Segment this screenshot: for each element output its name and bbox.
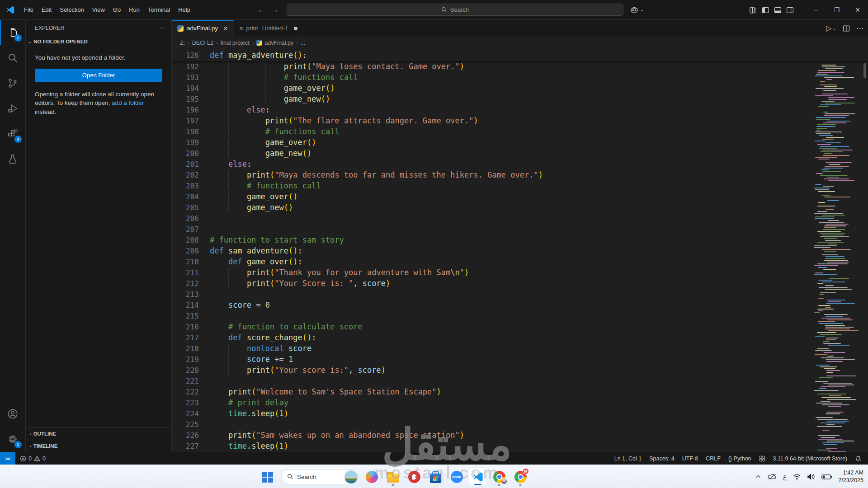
line-number[interactable]: 195 [172,95,199,103]
menu-terminal[interactable]: Terminal [144,4,174,15]
line-number[interactable]: 224 [172,409,199,418]
line-content[interactable]: print("Welcome to Sam's Space Station Es… [210,387,441,396]
close-button[interactable]: ✕ [847,0,868,20]
code-line[interactable]: 200 game_new() [172,148,812,159]
code-line[interactable]: 217 def score_change(): [172,332,812,343]
taskbar-clock[interactable]: 1:42 AM 7/23/2025 [838,469,863,484]
copilot-menu[interactable]: ⌄ [630,5,644,14]
code-line[interactable]: 223 # print delay [172,397,812,408]
code-line[interactable]: 209def sam_adventure(): [172,245,812,256]
line-number[interactable]: 205 [172,203,199,212]
line-content[interactable]: nonlocal score [210,344,311,353]
line-number[interactable]: 214 [172,301,199,310]
sticky-code-line[interactable]: 126def maya_adventure(): [172,50,307,61]
activity-item-source-control[interactable] [0,70,26,96]
line-content[interactable]: score += 1 [210,355,293,364]
activity-item-extensions[interactable]: 3 [0,121,26,146]
code-line[interactable]: 195 game_new() [172,94,812,104]
activity-item-run-debug[interactable] [0,96,26,121]
remote-indicator-button[interactable]: >< [0,452,15,465]
line-number[interactable]: 197 [172,117,199,125]
line-number[interactable]: 216 [172,323,199,331]
menu-view[interactable]: View [88,4,109,15]
line-number[interactable]: 226 [172,431,199,440]
line-content[interactable]: print("Your Score is: ", score) [210,279,390,288]
breadcrumb-item[interactable]: Z: [180,40,185,46]
taskbar-app-chrome-profile[interactable] [491,466,508,487]
code-line[interactable]: 210 def game_over(): [172,256,812,267]
breadcrumb-item[interactable]: final project [221,40,250,46]
line-content[interactable]: # print delay [210,398,288,407]
minimize-button[interactable]: ─ [806,0,826,20]
more-actions-icon[interactable]: ⋯ [856,24,863,33]
line-number[interactable]: 220 [172,366,199,375]
line-content[interactable]: time.sleep(1) [210,441,288,450]
code-line[interactable]: 213 [172,289,812,300]
status-crlf[interactable]: CRLF [706,455,721,462]
activity-item-account[interactable] [0,401,26,427]
line-number[interactable]: 222 [172,388,199,396]
line-number[interactable]: 210 [172,258,199,266]
code-line[interactable]: 196 else: [172,104,812,115]
line-number[interactable]: 203 [172,182,199,190]
code-line[interactable]: 216 # function to calculate score [172,321,812,332]
line-content[interactable]: print("Maya descends too far and misses … [210,170,543,179]
code-line[interactable]: 227 time.sleep(1) [172,441,812,451]
line-content[interactable]: print("The flare attracts danger. Game o… [210,116,478,125]
split-editor-icon[interactable] [843,25,850,32]
menu-help[interactable]: Help [174,4,194,15]
line-number[interactable]: 192 [172,62,199,71]
tab-print[interactable]: ≡printUntitled-1 [234,20,304,37]
taskbar-app-file-explorer[interactable] [384,466,401,487]
line-content[interactable]: game_new() [210,149,311,158]
code-line[interactable]: 218 nonlocal score [172,343,812,354]
code-line[interactable]: 201 else: [172,159,812,169]
code-line[interactable]: 222 print("Welcome to Sam's Space Statio… [172,386,812,397]
line-number[interactable]: 199 [172,138,199,147]
wifi-icon[interactable] [793,474,801,480]
code-line[interactable]: 192 print("Maya loses contact. Game over… [172,61,812,72]
line-content[interactable]: game_new() [210,94,330,103]
onedrive-offline-icon[interactable] [767,473,777,480]
line-content[interactable]: print("Your score is:", score) [210,366,386,375]
line-content[interactable]: game_over() [210,192,298,201]
code-line[interactable]: 212 print("Your Score is: ", score) [172,278,812,289]
status-spaces-4[interactable]: Spaces: 4 [649,455,675,462]
line-content[interactable]: else: [210,105,270,114]
code-area[interactable]: 192 print("Maya loses contact. Game over… [172,61,812,452]
code-line[interactable]: 199 game_over() [172,137,812,148]
line-content[interactable]: # function to calculate score [210,322,363,331]
menu-go[interactable]: Go [109,4,125,15]
status-3-11-9-64-bit-microsoft-store-[interactable]: 3.11.9 64-bit (Microsoft Store) [773,455,847,462]
code-line[interactable]: 224 time.sleep(1) [172,408,812,419]
line-number[interactable]: 219 [172,355,199,364]
command-search-input[interactable]: Search [287,4,623,16]
toggle-panel-icon[interactable] [774,6,782,14]
code-line[interactable]: 208# function to start sam story [172,235,812,245]
bing-daily-image[interactable] [344,470,358,483]
tab-advfinal-py[interactable]: advFinal.py✕ [172,20,234,37]
line-number[interactable]: 218 [172,344,199,353]
taskbar-app-microsoft-store[interactable] [427,466,444,487]
sidebar-more-icon[interactable]: ⋯ [159,25,165,31]
activity-item-testing[interactable] [0,146,26,172]
code-line[interactable]: 214 score = 0 [172,300,812,310]
taskbar-app-zoom[interactable]: zoom [448,466,465,487]
start-button[interactable] [262,472,267,477]
line-content[interactable]: def game_over(): [210,257,302,266]
line-content[interactable]: def sam_adventure(): [210,246,302,255]
code-line[interactable]: 220 print("Your score is:", score) [172,365,812,375]
nav-back-icon[interactable]: ← [258,6,265,14]
line-content[interactable]: game_new() [210,203,293,212]
line-content[interactable]: # functions call [210,181,321,190]
scrollbar-thumb[interactable] [863,63,866,78]
restore-button[interactable]: ❐ [826,0,847,20]
line-content[interactable]: def maya_adventure(): [210,51,307,60]
nav-forward-icon[interactable]: → [271,6,278,14]
line-number[interactable]: 126 [172,51,199,60]
line-number[interactable]: 213 [172,290,199,299]
line-number[interactable]: 206 [172,214,199,223]
line-content[interactable]: print("Sam wakes up on an abandoned spac… [210,431,464,440]
line-content[interactable]: # function to start sam story [210,235,344,244]
line-number[interactable]: 209 [172,247,199,255]
